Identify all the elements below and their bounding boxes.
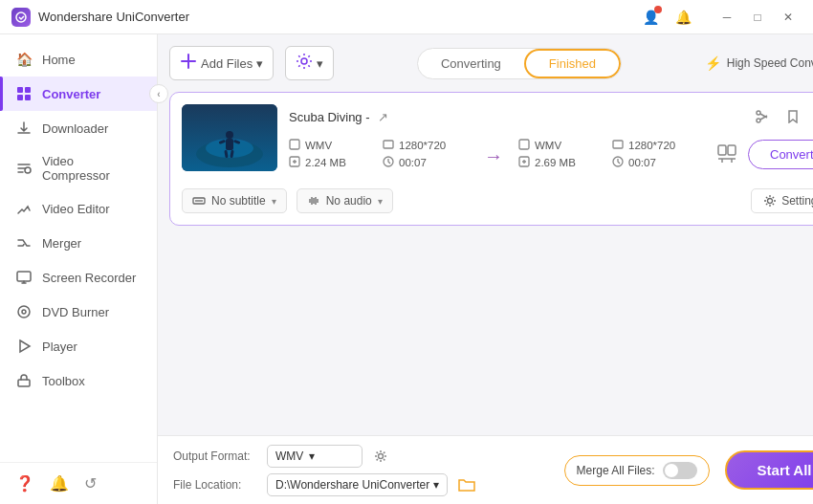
size-icon-tgt [518,156,530,169]
file-settings-icon[interactable] [714,141,740,167]
svg-rect-2 [25,87,31,93]
settings-dropdown-icon: ▾ [317,56,323,71]
source-duration: 00:07 [399,157,427,168]
sidebar-item-merger[interactable]: Merger [0,226,157,260]
sidebar-item-label: DVD Burner [42,305,109,319]
screen-recorder-icon [15,269,33,286]
svg-rect-35 [728,145,736,155]
start-all-button[interactable]: Start All [725,450,813,490]
bottom-form: Output Format: WMV ▾ File Location: [173,445,549,496]
audio-label: No audio [326,194,372,208]
sidebar-item-screen-recorder[interactable]: Screen Recorder [0,260,157,295]
video-title: Scuba Diving - [289,110,370,124]
source-format: WMV [305,140,332,151]
svg-point-22 [757,119,760,122]
dur-icon-src [383,156,394,169]
format-icon-src [289,139,300,152]
refresh-icon[interactable]: ↺ [84,474,97,493]
svg-point-39 [379,453,384,458]
svg-rect-32 [613,141,623,148]
sidebar-item-video-editor[interactable]: Video Editor [0,191,157,226]
target-duration: 00:07 [628,157,656,168]
add-files-icon [180,53,197,74]
source-meta-2: 1280*720 00:07 [383,139,469,169]
sidebar-item-home[interactable]: 🏠 Home [0,42,157,77]
format-settings-icon[interactable] [370,446,391,467]
lightning-icon: ⚡ [705,55,721,71]
converter-icon [15,85,33,102]
sidebar-item-video-compressor[interactable]: Video Compressor [0,145,157,191]
external-link-icon[interactable]: ↗ [378,110,388,124]
sidebar-item-label: Merger [42,236,81,251]
maximize-button[interactable]: □ [744,6,771,29]
svg-marker-9 [20,340,30,352]
source-size: 2.24 MB [305,157,346,168]
subtitle-label: No subtitle [211,194,266,208]
file-location-select[interactable]: D:\Wondershare UniConverter ▾ [267,473,448,496]
source-resolution: 1280*720 [399,140,446,151]
home-icon: 🏠 [15,51,33,68]
window-controls: ─ □ ✕ [714,6,802,29]
target-size: 2.69 MB [535,157,576,168]
add-files-button[interactable]: Add Files ▾ [169,46,274,80]
file-location-value: D:\Wondershare UniConverter [275,478,429,492]
svg-rect-26 [290,140,299,149]
sidebar-collapse-button[interactable]: ‹ [149,84,168,103]
svg-point-21 [757,111,760,115]
svg-point-38 [768,199,773,204]
output-format-select[interactable]: WMV ▾ [267,445,363,468]
settings-icon [296,53,313,74]
video-card: Scuba Diving - ↗ [169,92,813,226]
source-meta: WMV 2.24 MB [289,139,375,169]
settings-button-card[interactable]: Settings [751,188,813,213]
close-button[interactable]: ✕ [775,6,802,29]
sidebar-item-label: Video Compressor [42,154,142,183]
tab-finished[interactable]: Finished [524,49,621,78]
svg-point-15 [226,131,233,139]
merge-toggle-switch[interactable] [663,462,697,479]
notification-icon[interactable]: 🔔 [50,474,69,493]
merge-all-files-toggle[interactable]: Merge All Files: [564,455,710,486]
svg-point-7 [18,306,30,318]
sidebar-bottom: ❓ 🔔 ↺ [0,462,157,504]
sidebar-item-toolbox[interactable]: Toolbox [0,363,157,398]
svg-rect-1 [17,87,23,93]
minimize-button[interactable]: ─ [714,6,740,29]
player-icon [15,338,33,355]
svg-rect-30 [519,140,529,149]
add-files-dropdown-icon: ▾ [256,56,263,71]
convert-button[interactable]: Convert [748,140,813,169]
subtitle-dropdown-icon: ▾ [272,196,276,207]
dur-icon-tgt [612,156,624,169]
res-icon-tgt [612,139,624,152]
card-toolbar: Scuba Diving - ↗ [289,110,388,124]
toolbox-icon [15,372,33,389]
merger-icon [15,234,33,252]
cut-icon[interactable] [750,104,775,129]
sidebar-item-dvd-burner[interactable]: DVD Burner [0,295,157,329]
bell-icon[interactable]: 🔔 [671,6,694,29]
toggle-knob [665,464,678,477]
card-actions: Convert [714,140,813,169]
sidebar-item-label: Video Editor [42,202,110,216]
settings-label: Settings [781,194,813,208]
tab-converting[interactable]: Converting [418,49,524,78]
user-icon[interactable]: 👤 [639,6,662,29]
subtitle-select[interactable]: No subtitle ▾ [182,188,287,213]
open-folder-button[interactable] [455,473,478,496]
res-icon-src [383,139,394,152]
bookmark-icon[interactable] [780,104,805,129]
sidebar-item-converter[interactable]: Converter ‹ [0,77,157,111]
output-format-value: WMV [275,449,303,463]
output-format-row: Output Format: WMV ▾ [173,445,549,468]
merge-label: Merge All Files: [577,464,655,477]
sidebar-item-downloader[interactable]: Downloader [0,111,157,145]
editor-icon [15,200,33,217]
target-format: WMV [535,140,561,151]
sidebar-item-player[interactable]: Player [0,329,157,363]
help-icon[interactable]: ❓ [15,474,34,493]
sidebar-item-label: Player [42,340,77,354]
format-dropdown-icon: ▾ [309,449,315,463]
settings-button[interactable]: ▾ [285,46,334,80]
audio-select[interactable]: No audio ▾ [297,188,393,213]
